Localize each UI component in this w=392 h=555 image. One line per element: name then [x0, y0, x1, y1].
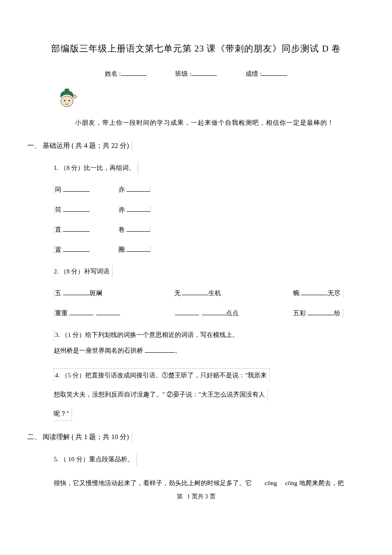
score-blank[interactable]: [262, 70, 287, 76]
section-2-header: 二、 阅读理解 ( 共 1 题；共 10 分): [27, 433, 362, 442]
q1-blank[interactable]: [127, 187, 150, 192]
q3-blank[interactable]: [145, 348, 175, 353]
q4-line-a: 4. （5 分）把直接引语改成间接引语。①楚王听了，只好赔不是说："我原来: [54, 368, 362, 381]
q2-blank[interactable]: [202, 310, 226, 315]
q1-blank[interactable]: [63, 227, 89, 232]
q2-blank[interactable]: [182, 290, 208, 295]
svg-point-3: [69, 100, 70, 101]
svg-point-1: [65, 89, 69, 91]
q1-blank[interactable]: [127, 227, 150, 232]
q3-line: 赵州桥是一座世界闻名的石拱桥 。: [54, 345, 362, 357]
q3-prompt: 3. （1 分）给下列划线的词换一个意思相近的词语，写在横线上。: [54, 329, 362, 341]
q2-row-2: 重重 点点 五彩 纷: [54, 309, 343, 317]
info-row: 姓名 : 班级 : 成绩 :: [30, 70, 362, 78]
q1-pair-row-4: 置 圈: [54, 246, 362, 254]
q1-pair-row-1: 同 亦: [54, 186, 362, 194]
section-1-header: 一、 基础运用 ( 共 4 题；共 22 分): [27, 141, 362, 150]
q4-line-b: 想取笑大夫，没想到反而自讨没趣了。" ②晏子说："大王怎么说齐国没有人: [54, 389, 362, 400]
q5-paragraph: 很快，它又慢慢地活动起来了，看样子，劲头比上树的时候足多了。它 cōng cōn…: [54, 477, 362, 489]
page-title: 部编版三年级上册语文第七单元第 23 课《带刺的朋友》同步测试 D 卷: [30, 43, 362, 55]
q2-blank[interactable]: [175, 310, 199, 315]
score-label: 成绩 :: [245, 70, 262, 77]
q1-blank[interactable]: [127, 247, 150, 252]
svg-point-4: [73, 95, 76, 98]
class-blank[interactable]: [191, 70, 217, 76]
intro-text: 小朋友，带上你一段时间的学习成果，一起来做个自我检测吧，相信你一定是最棒的！: [75, 119, 362, 127]
name-blank[interactable]: [121, 70, 147, 76]
mascot-icon: [30, 86, 362, 119]
q2-blank[interactable]: [63, 290, 89, 295]
svg-point-0: [61, 96, 73, 106]
q1-blank[interactable]: [63, 207, 89, 212]
q1-blank[interactable]: [127, 207, 150, 212]
q2-prompt: 2. （8 分）补写词语: [54, 266, 362, 277]
q1-blank[interactable]: [63, 247, 89, 252]
q2-row-1: 五 斑斓 无 生机 蜿 无尽: [54, 289, 343, 297]
q2-blank[interactable]: [301, 290, 328, 295]
page-footer: 第 1 页共 3 页: [30, 493, 362, 500]
q1-prompt: 1. （8 分）比一比，再组词。: [54, 162, 362, 174]
svg-point-2: [64, 100, 66, 101]
q5-prompt: 5. （ 10 分）重点段落品析。: [54, 454, 362, 465]
q2-blank[interactable]: [308, 310, 334, 315]
class-label: 班级 :: [175, 70, 191, 77]
q2-blank[interactable]: [96, 310, 120, 315]
q2-blank[interactable]: [69, 310, 93, 315]
q1-pair-row-3: 直 卷: [54, 226, 362, 234]
q4-line-c: 呢？": [54, 408, 362, 421]
name-label: 姓名 :: [105, 70, 121, 77]
q1-pair-row-2: 筒 赤: [54, 206, 362, 214]
q1-blank[interactable]: [63, 187, 89, 192]
